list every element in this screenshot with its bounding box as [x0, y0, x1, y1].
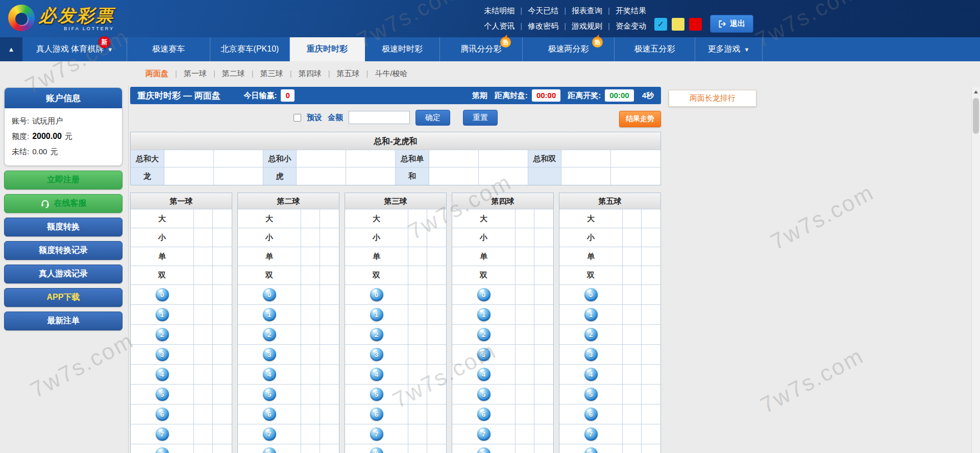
bet-cell[interactable]: [320, 209, 339, 228]
bet-cell[interactable]: [427, 365, 446, 385]
bet-cell[interactable]: [427, 385, 446, 404]
odds-cell[interactable]: [516, 385, 534, 404]
odds-cell[interactable]: [623, 345, 642, 365]
bet-cell[interactable]: [642, 385, 660, 404]
subnav-item-5[interactable]: 第四球: [299, 69, 322, 78]
sidebar-button-4[interactable]: 额度转换记录: [4, 241, 122, 260]
odds-cell[interactable]: [623, 209, 642, 228]
odds-cell[interactable]: [408, 305, 427, 325]
odds-cell[interactable]: [408, 247, 427, 266]
odds-cell[interactable]: [194, 404, 213, 424]
bet-cell[interactable]: [534, 365, 553, 385]
bet-cell[interactable]: [213, 325, 232, 345]
bet-cell[interactable]: [213, 247, 232, 266]
odds-cell[interactable]: [408, 404, 427, 424]
sum-bet-cell[interactable]: [611, 168, 660, 185]
nav-item-6[interactable]: 腾讯分分彩热: [440, 37, 523, 61]
bet-cell[interactable]: [213, 266, 232, 285]
odds-cell[interactable]: [408, 365, 427, 385]
nav-item-7[interactable]: 极速两分彩热: [523, 37, 615, 61]
nav-item-8[interactable]: 极速五分彩: [615, 37, 695, 61]
sum-bet-cell[interactable]: [214, 168, 263, 185]
subnav-item-1[interactable]: 两面盘: [145, 69, 168, 78]
bet-cell[interactable]: [320, 345, 339, 365]
bet-cell[interactable]: [213, 228, 232, 247]
bet-cell[interactable]: [427, 285, 446, 305]
odds-cell[interactable]: [623, 266, 642, 285]
theme-swatch-yellow[interactable]: [672, 18, 684, 31]
bet-cell[interactable]: [320, 266, 339, 285]
odds-cell[interactable]: [301, 247, 320, 266]
sum-odds-cell[interactable]: [429, 168, 479, 185]
nav-item-3[interactable]: 北京赛车(PK10): [210, 37, 290, 61]
bet-cell[interactable]: [427, 305, 446, 325]
odds-cell[interactable]: [301, 228, 320, 247]
odds-cell[interactable]: [408, 385, 427, 404]
bet-cell[interactable]: [427, 345, 446, 365]
odds-cell[interactable]: [194, 209, 213, 228]
odds-cell[interactable]: [623, 385, 642, 404]
odds-cell[interactable]: [623, 424, 642, 444]
odds-cell[interactable]: [516, 228, 534, 247]
sidebar-button-5[interactable]: 真人游戏记录: [4, 265, 122, 283]
sum-odds-cell[interactable]: [164, 168, 214, 185]
odds-cell[interactable]: [516, 424, 534, 444]
bet-cell[interactable]: [213, 285, 232, 305]
sum-odds-cell[interactable]: [297, 150, 346, 168]
bet-cell[interactable]: [213, 385, 232, 404]
bet-cell[interactable]: [642, 305, 660, 325]
bet-cell[interactable]: [213, 444, 232, 453]
odds-cell[interactable]: [194, 385, 213, 404]
odds-cell[interactable]: [408, 424, 427, 444]
odds-cell[interactable]: [301, 385, 320, 404]
preset-checkbox[interactable]: [293, 114, 301, 122]
top-link-3[interactable]: 报表查询: [572, 6, 602, 15]
odds-cell[interactable]: [194, 285, 213, 305]
sum-bet-cell[interactable]: [479, 150, 528, 168]
odds-cell[interactable]: [516, 325, 534, 345]
bet-cell[interactable]: [534, 285, 553, 305]
bet-cell[interactable]: [642, 424, 660, 444]
sidebar-button-7[interactable]: 最新注单: [4, 312, 122, 330]
bet-cell[interactable]: [320, 404, 339, 424]
odds-cell[interactable]: [516, 365, 534, 385]
odds-cell[interactable]: [408, 345, 427, 365]
top-link-4[interactable]: 资金变动: [616, 21, 646, 30]
amount-input[interactable]: [349, 111, 410, 124]
odds-cell[interactable]: [301, 285, 320, 305]
bet-cell[interactable]: [427, 228, 446, 247]
bet-cell[interactable]: [642, 345, 660, 365]
odds-cell[interactable]: [623, 404, 642, 424]
logout-button[interactable]: 退出: [710, 15, 753, 33]
odds-cell[interactable]: [516, 345, 534, 365]
odds-cell[interactable]: [301, 345, 320, 365]
odds-cell[interactable]: [516, 444, 534, 453]
bet-cell[interactable]: [213, 365, 232, 385]
odds-cell[interactable]: [194, 325, 213, 345]
sidebar-button-2[interactable]: 在线客服: [4, 194, 122, 213]
odds-cell[interactable]: [301, 365, 320, 385]
bet-cell[interactable]: [320, 228, 339, 247]
sum-bet-cell[interactable]: [346, 150, 396, 168]
sidebar-button-6[interactable]: APP下载: [4, 288, 122, 307]
odds-cell[interactable]: [408, 209, 427, 228]
brand-logo[interactable]: 必发彩票 BIFA LOTTERY: [8, 4, 114, 31]
theme-swatch-red[interactable]: [689, 18, 702, 31]
bet-cell[interactable]: [213, 424, 232, 444]
odds-cell[interactable]: [516, 305, 534, 325]
odds-cell[interactable]: [623, 325, 642, 345]
odds-cell[interactable]: [408, 266, 427, 285]
sum-odds-cell[interactable]: [429, 150, 479, 168]
sum-odds-cell[interactable]: [561, 168, 611, 185]
sidebar-button-1[interactable]: 立即注册: [4, 171, 122, 189]
page-scrollbar[interactable]: [971, 87, 980, 453]
odds-cell[interactable]: [623, 365, 642, 385]
top-link-2[interactable]: 今天已结: [528, 6, 558, 15]
bet-cell[interactable]: [320, 305, 339, 325]
odds-cell[interactable]: [194, 424, 213, 444]
nav-item-4[interactable]: 重庆时时彩: [290, 37, 365, 61]
bet-cell[interactable]: [213, 305, 232, 325]
subnav-item-3[interactable]: 第二球: [222, 69, 245, 78]
bet-cell[interactable]: [534, 404, 553, 424]
odds-cell[interactable]: [516, 247, 534, 266]
